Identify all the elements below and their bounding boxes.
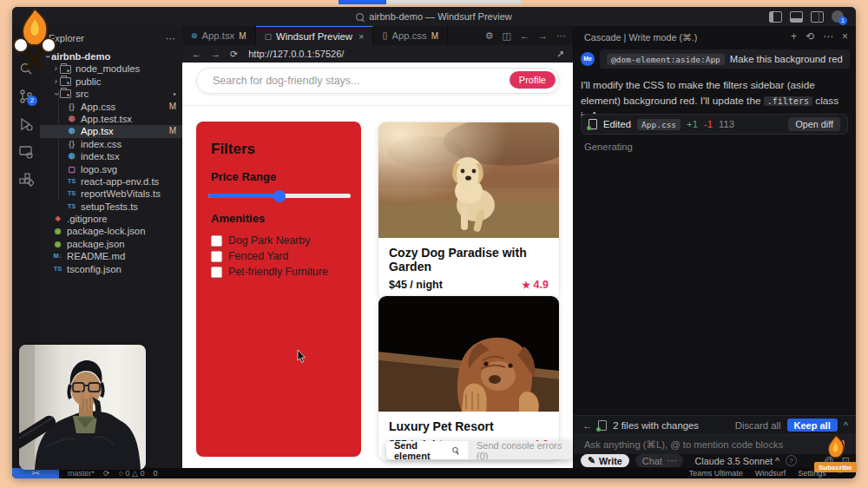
run-debug-icon[interactable] <box>18 116 34 132</box>
model-name: Claude 3.5 Sonnet <box>694 456 772 466</box>
help-icon[interactable]: ? <box>786 455 797 466</box>
tree-src[interactable]: ›src• <box>40 88 182 100</box>
history-icon[interactable]: ⟲ <box>806 30 814 43</box>
write-mode-button[interactable]: ✎ Write <box>581 454 629 467</box>
open-external-icon[interactable]: ↗ <box>556 49 564 60</box>
tab-app-tsx[interactable]: ⊛ App.tsx M <box>182 26 256 45</box>
tree-node-modules[interactable]: ›node_modules <box>40 63 182 75</box>
navigate-back-icon[interactable]: ← <box>520 30 529 41</box>
subscribe-badge[interactable]: Subscribe <box>814 462 857 472</box>
toggle-sidebar-icon[interactable] <box>769 11 782 23</box>
react-test-icon: ⊛ <box>66 113 77 125</box>
listing-card-1[interactable]: Cozy Dog Paradise with Garden $45 / nigh… <box>378 122 560 301</box>
file-logo-svg[interactable]: ▢logo.svg <box>40 163 182 175</box>
file-app-tsx-selected[interactable]: ⊛App.tsxM <box>40 125 182 137</box>
close-icon[interactable]: × <box>842 30 848 43</box>
source-control-icon[interactable]: 2 <box>18 89 34 104</box>
status-windsurf[interactable]: Windsurf <box>755 468 786 478</box>
folder-icon <box>60 77 71 86</box>
cascade-input[interactable] <box>582 439 835 451</box>
css-icon: {} <box>382 31 387 40</box>
dog-photo-golden-puppy <box>378 122 559 238</box>
file-readme[interactable]: M↓README.md <box>40 250 182 262</box>
file-app-css[interactable]: {}App.cssM <box>40 101 182 113</box>
amenities-label: Amenities <box>211 212 265 225</box>
browser-forward-icon[interactable]: → <box>211 49 220 59</box>
tab-app-css[interactable]: {} App.css M <box>373 26 448 45</box>
file-tsconfig[interactable]: TStsconfig.json <box>40 263 182 275</box>
file-gitignore[interactable]: ◆.gitignore <box>40 213 182 225</box>
ts-icon: TS <box>66 201 77 213</box>
dom-element-mention-chip[interactable]: @dom-element:aside:App <box>607 54 725 65</box>
subscribe-overlay[interactable]: Subscribe <box>814 434 859 478</box>
remote-explorer-icon[interactable] <box>18 144 34 160</box>
toggle-panel-icon[interactable] <box>790 11 803 23</box>
navigate-forward-icon[interactable]: → <box>538 30 548 41</box>
file-report-web-vitals[interactable]: TSreportWebVitals.ts <box>40 188 182 200</box>
window-title-text: airbnb-demo — Windsurf Preview <box>369 11 511 22</box>
modified-badge: M <box>169 125 176 137</box>
header-divider <box>182 105 573 106</box>
account-avatar[interactable]: 1 <box>832 10 844 23</box>
folder-name: src <box>76 88 89 100</box>
browser-reload-icon[interactable]: ⟳ <box>230 49 238 60</box>
file-package-json[interactable]: ◉package.json <box>40 238 182 250</box>
listing-card-2[interactable]: Luxury Pet Resort $75 / night ★ 4.8 <box>378 295 560 461</box>
file-app-test-tsx[interactable]: ⊛App.test.tsx <box>40 113 182 125</box>
file-index-css[interactable]: {}index.css <box>40 138 182 150</box>
close-icon[interactable]: × <box>358 31 364 42</box>
extensions-icon[interactable] <box>18 172 34 188</box>
send-element-button[interactable]: Send element <box>386 441 468 459</box>
checkbox-pet-furniture[interactable]: Pet-friendly Furniture <box>211 266 328 278</box>
ports-indicator[interactable]: 0 <box>153 468 157 478</box>
more-actions-icon[interactable]: ⋯ <box>556 30 566 42</box>
tree-root-airbnb-demo[interactable]: ›airbnb-demo <box>40 50 182 63</box>
search-input[interactable] <box>211 74 559 88</box>
search-bar[interactable]: Profile <box>196 68 560 94</box>
split-editor-icon[interactable]: ◫ <box>503 30 511 42</box>
settings-gear-icon[interactable]: ⚙ <box>485 30 494 42</box>
keep-all-button[interactable]: Keep all <box>787 419 838 432</box>
open-diff-button[interactable]: Open diff <box>788 117 840 131</box>
file-index-tsx[interactable]: ⊛index.tsx <box>40 150 182 162</box>
checkbox[interactable] <box>211 235 222 247</box>
checkbox-label: Pet-friendly Furniture <box>228 266 328 278</box>
file-setup-tests[interactable]: TSsetupTests.ts <box>40 201 182 213</box>
more-icon[interactable]: ⋯ <box>823 30 833 43</box>
send-console-errors-button[interactable]: Send console errors (0) <box>468 441 573 459</box>
browser-preview: Profile Filters Price Range Amenities Do… <box>182 63 573 468</box>
search-icon[interactable] <box>356 13 364 21</box>
checkbox[interactable] <box>211 251 222 262</box>
checkbox-fenced-yard[interactable]: Fenced Yard <box>211 250 288 262</box>
browser-back-icon[interactable]: ← <box>192 49 201 59</box>
video-progress-played <box>339 0 386 4</box>
new-chat-icon[interactable]: + <box>791 30 797 43</box>
edited-file-chip[interactable]: App.css <box>637 119 681 130</box>
toggle-secondary-sidebar-icon[interactable] <box>811 11 824 23</box>
tree-public[interactable]: ›public <box>40 76 182 88</box>
back-icon[interactable]: ← <box>582 420 592 431</box>
file-react-app-env[interactable]: TSreact-app-env.d.ts <box>40 175 182 188</box>
mode-more-icon[interactable]: ⋯ <box>667 455 677 466</box>
model-selector[interactable]: Claude 3.5 Sonnet ^ <box>694 456 779 466</box>
webcam-video <box>19 345 146 470</box>
tab-windsurf-preview[interactable]: ▢ Windsurf Preview × <box>256 26 374 46</box>
checkbox[interactable] <box>211 267 222 278</box>
markdown-icon: M↓ <box>52 250 63 262</box>
profile-button[interactable]: Profile <box>510 71 556 89</box>
file-package-lock[interactable]: ◉package-lock.json <box>40 225 182 237</box>
collapse-icon[interactable]: ^ <box>844 420 848 431</box>
slider-thumb[interactable] <box>273 190 286 202</box>
css-icon: {} <box>66 101 77 113</box>
search-activity-icon[interactable] <box>18 61 34 76</box>
checkbox-dog-park[interactable]: Dog Park Nearby <box>211 234 310 247</box>
generating-status: Generating <box>584 142 633 152</box>
discard-all-button[interactable]: Discard all <box>735 420 781 431</box>
price-range-slider[interactable] <box>208 194 351 198</box>
explorer-more-icon[interactable]: ⋯ <box>166 33 175 44</box>
status-teams-ultimate[interactable]: Teams Ultimate <box>689 468 743 478</box>
url-field[interactable]: http://127.0.0.1:57526/ <box>248 49 344 59</box>
chat-mode-button[interactable]: Chat ⋯ <box>635 454 684 467</box>
edited-file-card[interactable]: Edited App.css +1 -1 113 Open diff <box>581 114 848 135</box>
dog-photo-mastiff-puppy <box>378 296 559 412</box>
